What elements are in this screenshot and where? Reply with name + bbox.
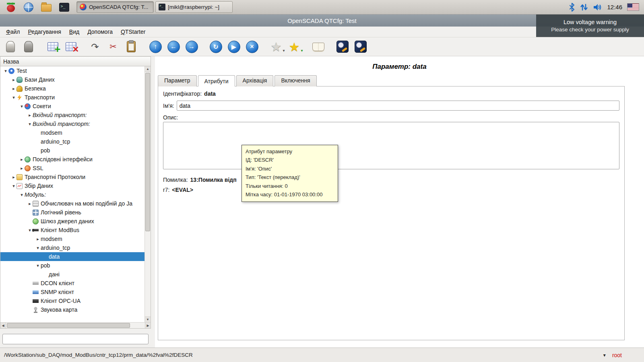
tree-item-Обчислювач на мові подібній до Ja[interactable]: ▸Обчислювач на мові подібній до Ja [0, 199, 144, 208]
item-cut-button[interactable]: ✂ [106, 39, 120, 54]
tree-item-DCON клієнт[interactable]: DCON клієнт [0, 279, 144, 288]
stop-updating-button[interactable]: × [245, 39, 259, 54]
tree-item-modsem[interactable]: modsem [0, 128, 144, 137]
tree-item-data[interactable]: data [0, 252, 144, 261]
up-button[interactable]: ↑ [148, 39, 163, 54]
taskbar-window-0[interactable]: OpenSCADA QTCfg: T... [76, 1, 154, 13]
expander-icon[interactable]: ▸ [11, 86, 17, 91]
tree-item-Test[interactable]: ▾Test [0, 66, 144, 75]
volume-icon[interactable] [593, 3, 602, 11]
favorites-menu-button[interactable] [287, 39, 301, 54]
start-menu-button[interactable] [3, 1, 19, 13]
tree-item-modsem[interactable]: ▸modsem [0, 234, 144, 243]
manual-button[interactable] [311, 39, 326, 54]
expander-icon[interactable]: ▾ [19, 104, 25, 109]
description-textarea[interactable] [163, 122, 619, 169]
expander-icon[interactable]: ▾ [11, 183, 17, 189]
tree-item-pob[interactable]: ▾pob [0, 261, 144, 270]
scroll-down-arrow-icon[interactable]: ▼ [145, 317, 151, 322]
terminal-button[interactable] [56, 1, 72, 13]
expander-icon[interactable]: ▾ [27, 228, 33, 233]
clock[interactable]: 12:46 [607, 4, 622, 10]
tree-item-arduino_tcp[interactable]: ▾arduino_tcp [0, 243, 144, 252]
expander-icon[interactable]: ▸ [19, 157, 25, 162]
tree-header[interactable]: Назва [0, 57, 151, 66]
tree-item-Шлюз джерел даних[interactable]: Шлюз джерел даних [0, 217, 144, 226]
tree-item-pob[interactable]: pob [0, 146, 144, 155]
expander-icon[interactable]: ▸ [27, 201, 33, 206]
tree-item-Вихідний транспорт:[interactable]: ▾Вихідний транспорт: [0, 119, 144, 128]
expander-icon[interactable]: ▸ [35, 237, 41, 242]
item-copy-button[interactable]: ↷ [88, 39, 102, 54]
db-load-button[interactable] [3, 39, 18, 54]
tree-item-Вхідний транспорт:[interactable]: ▸Вхідний транспорт: [0, 111, 144, 119]
tree-item-arduino_tcp[interactable]: arduino_tcp [0, 137, 144, 146]
panel-splitter[interactable] [151, 56, 155, 348]
menu-item-4[interactable]: QTStarter [117, 27, 149, 36]
expander-icon[interactable]: ▾ [27, 121, 33, 127]
taskbar-window-1[interactable]: [mikl@raspberrypi: ~] [155, 1, 233, 13]
tree-item-SNMP клієнт[interactable]: SNMP клієнт [0, 288, 144, 296]
start-updating-button[interactable]: ▶ [227, 39, 241, 54]
tree-item-Транспортні Протоколи[interactable]: ▸Транспортні Протоколи [0, 173, 144, 181]
expander-icon[interactable]: ▾ [11, 95, 17, 100]
toolbar-group [335, 39, 368, 54]
expander-icon[interactable]: ▸ [11, 175, 17, 180]
menu-item-2[interactable]: Вид [66, 27, 83, 36]
item-remove-button[interactable] [64, 39, 78, 54]
tree-item-дані[interactable]: дані [0, 270, 144, 279]
menu-item-1[interactable]: Редагування [24, 27, 64, 36]
tab-Архівація[interactable]: Архівація [236, 75, 274, 86]
menu-item-0[interactable]: Файл [2, 27, 23, 36]
qtstarter-launch-button[interactable] [353, 39, 368, 54]
tree-item-Модуль:[interactable]: ▾Модуль: [0, 190, 144, 199]
tree-item-Послідовні інтерфейси[interactable]: ▸Послідовні інтерфейси [0, 155, 144, 164]
tree-vertical-scrollbar[interactable]: ▲ ▼ [144, 66, 151, 322]
expander-icon[interactable]: ▸ [19, 166, 25, 171]
expander-icon[interactable]: ▾ [19, 192, 25, 197]
us-flag-icon[interactable] [627, 3, 639, 11]
expander-icon[interactable]: ▸ [11, 77, 17, 82]
tree-item-Транспорти[interactable]: ▾Транспорти [0, 93, 144, 102]
back-button[interactable]: ← [166, 39, 181, 54]
tree-item-Бази Даних[interactable]: ▸Бази Даних [0, 75, 144, 84]
db-save-button[interactable] [21, 39, 36, 54]
expander-icon[interactable]: ▾ [35, 263, 41, 268]
favorite-add-button[interactable] [269, 39, 283, 54]
tree-item-SSL[interactable]: ▸SSL [0, 164, 144, 173]
tree-item-Клієнт OPC-UA[interactable]: Клієнт OPC-UA [0, 296, 144, 305]
name-input[interactable] [177, 101, 619, 111]
user-selector[interactable]: ▾ root [603, 352, 622, 358]
item-paste-button[interactable] [124, 39, 138, 54]
network-traffic-icon[interactable] [580, 3, 588, 12]
tree-item-Звукова карта[interactable]: Звукова карта [0, 305, 144, 314]
refresh-button[interactable]: ↻ [208, 39, 223, 54]
qtstarter-config-button[interactable] [335, 39, 350, 54]
tree-horizontal-scrollbar[interactable]: ◀ ▶ [0, 322, 151, 328]
chevron-down-icon[interactable]: ▾ [603, 352, 606, 358]
browser-button[interactable] [21, 1, 36, 13]
vertical-scroll-thumb[interactable] [145, 73, 150, 231]
item-add-button[interactable] [45, 39, 60, 54]
expander-icon[interactable]: ▾ [3, 68, 8, 74]
expander-icon[interactable]: ▾ [35, 245, 41, 251]
transport-protocols-icon [17, 174, 23, 180]
tab-Атрибути[interactable]: Атрибути [198, 75, 235, 86]
tree-item-Сокети[interactable]: ▾Сокети [0, 102, 144, 111]
tree-filter-input[interactable] [2, 334, 149, 344]
bluetooth-icon[interactable] [569, 3, 575, 12]
tab-Параметр[interactable]: Параметр [158, 75, 197, 86]
scroll-up-arrow-icon[interactable]: ▲ [145, 66, 151, 72]
menu-item-3[interactable]: Допомога [84, 27, 116, 36]
tree-item-Збір Даних[interactable]: ▾Збір Даних [0, 181, 144, 190]
tree-item-Клієнт ModBus[interactable]: ▾Клієнт ModBus [0, 226, 144, 234]
expander-icon[interactable]: ▸ [27, 113, 33, 118]
scroll-right-arrow-icon[interactable]: ▶ [145, 323, 151, 328]
forward-button[interactable]: → [184, 39, 199, 54]
tab-Включення[interactable]: Включення [275, 75, 316, 86]
tree-item-Логічний рівень[interactable]: Логічний рівень [0, 208, 144, 217]
file-manager-button[interactable] [39, 1, 54, 13]
horizontal-scroll-thumb[interactable] [7, 323, 130, 328]
scroll-left-arrow-icon[interactable]: ◀ [0, 323, 6, 328]
tree-item-Безпека[interactable]: ▸Безпека [0, 84, 144, 93]
